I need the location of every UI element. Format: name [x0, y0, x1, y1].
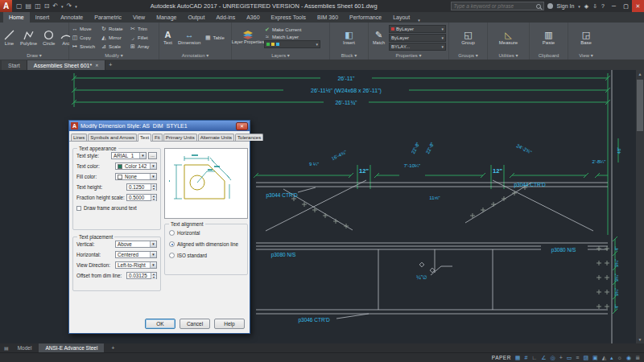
- object-snap-tracking-icon[interactable]: +: [559, 355, 563, 360]
- linetype-control-dropdown[interactable]: ByLayer ▾: [389, 34, 446, 42]
- new-icon[interactable]: ▢: [16, 2, 23, 10]
- tab-fit[interactable]: Fit: [152, 134, 163, 141]
- ribbon-tab-express-tools[interactable]: Express Tools: [266, 12, 312, 23]
- offset-spinner[interactable]: 0.03125 ▲▼: [126, 272, 157, 279]
- mirror-button[interactable]: ◭Mirror: [101, 33, 128, 42]
- ok-button[interactable]: OK: [145, 319, 175, 329]
- file-tab-start[interactable]: Start: [2, 60, 27, 70]
- undo-dropdown-icon[interactable]: ▾: [61, 4, 64, 9]
- fillet-button[interactable]: ◞Fillet: [130, 33, 157, 42]
- ribbon-tab-performance[interactable]: Performance: [344, 12, 387, 23]
- osnap-icon[interactable]: ◎: [551, 355, 555, 361]
- grid-icon[interactable]: ▦: [515, 355, 521, 361]
- tab-symbols-and-arrows[interactable]: Symbols and Arrows: [88, 134, 137, 141]
- text-style-browse-button[interactable]: ...: [148, 152, 157, 159]
- table-button[interactable]: ▦Table: [204, 35, 224, 41]
- dialog-title-bar[interactable]: A Modify Dimension Style: AS_DIM_STYLE1 …: [69, 121, 250, 131]
- ribbon-tab-manage[interactable]: Manage: [151, 12, 182, 23]
- selection-cycling-icon[interactable]: ▣: [592, 355, 598, 361]
- layers-panel-label[interactable]: Layers ▾: [232, 52, 329, 60]
- group-button[interactable]: ◱ Group: [460, 23, 477, 51]
- insert-button[interactable]: ◧ Insert: [341, 23, 357, 51]
- text-style-dropdown[interactable]: ARIAL_1 ▼: [111, 152, 147, 159]
- print-icon[interactable]: ⊡: [44, 2, 50, 10]
- search-icon[interactable]: [536, 4, 541, 9]
- tab-alternate-units[interactable]: Alternate Units: [198, 134, 234, 141]
- polyline-button[interactable]: Polyline: [19, 23, 39, 51]
- ribbon-tab-parametric[interactable]: Parametric: [89, 12, 127, 23]
- draw-frame-checkbox[interactable]: [76, 206, 81, 211]
- stretch-button[interactable]: ↦Stretch: [72, 42, 99, 51]
- spin-down-icon[interactable]: ▼: [151, 187, 156, 191]
- match-properties-button[interactable]: ✎ Match: [371, 23, 386, 51]
- aligned-with-dimension-line-radio[interactable]: [169, 241, 175, 247]
- polar-tracking-icon[interactable]: ∠: [541, 355, 546, 361]
- paste-button[interactable]: ▥ Paste: [541, 23, 556, 51]
- line-button[interactable]: Line: [2, 23, 16, 51]
- iso-radio-row[interactable]: ISO standard: [169, 253, 243, 258]
- view-direction-dropdown[interactable]: Left-to-Right ▼: [115, 261, 157, 269]
- scale-button[interactable]: ⊿Scale: [101, 42, 128, 51]
- layout-tab-ansi-e[interactable]: ANSI-E Advance Steel: [39, 343, 104, 352]
- tab-lines[interactable]: Lines: [71, 134, 87, 141]
- scroll-down-icon[interactable]: ▼: [636, 335, 644, 343]
- transparency-icon[interactable]: ▨: [583, 355, 588, 361]
- model-tab[interactable]: Model: [11, 343, 39, 352]
- layer-select-dropdown[interactable]: ▾: [264, 40, 320, 48]
- drawing-area[interactable]: 26'-11" 26'-11½" (W24x68 x 26'-11") 26'-…: [0, 70, 644, 343]
- ribbon-tab-bim360[interactable]: BIM 360: [312, 12, 344, 23]
- space-toggle[interactable]: PAPER: [492, 355, 511, 360]
- ribbon-tab-a360[interactable]: A360: [241, 12, 265, 23]
- ribbon-tab-addins[interactable]: Add-ins: [210, 12, 241, 23]
- file-tab-document[interactable]: Assemblies Sheet 601* ✕: [27, 60, 106, 70]
- properties-panel-label[interactable]: Properties ▾: [369, 52, 448, 60]
- draw-panel-label[interactable]: Draw ▾: [0, 52, 68, 60]
- annotation-panel-label[interactable]: Annotation ▾: [159, 52, 231, 60]
- connect-icon[interactable]: ⇩: [592, 3, 597, 10]
- isolate-objects-icon[interactable]: ◉: [626, 355, 631, 361]
- fraction-height-spinner[interactable]: 0.5000 ▲▼: [126, 194, 157, 201]
- redo-icon[interactable]: ↷: [67, 2, 72, 10]
- lineweight-icon[interactable]: ≡: [576, 355, 579, 360]
- utilities-panel-label[interactable]: Utilities ▾: [488, 52, 529, 60]
- layout-list-icon[interactable]: ▤: [2, 345, 10, 351]
- array-button[interactable]: ⊞Array: [130, 42, 157, 51]
- text-button[interactable]: A Text: [162, 23, 174, 51]
- fill-color-dropdown[interactable]: None ▼: [115, 173, 157, 180]
- tab-tolerances[interactable]: Tolerances: [235, 134, 263, 141]
- ribbon-tab-annotate[interactable]: Annotate: [55, 12, 89, 23]
- measure-button[interactable]: ◺ Measure: [497, 23, 519, 51]
- close-tab-icon[interactable]: ✕: [95, 63, 98, 68]
- help-button[interactable]: Help: [214, 319, 245, 329]
- text-color-dropdown[interactable]: Color 142 ▼: [115, 162, 157, 170]
- horizontal-dropdown[interactable]: Centered ▼: [115, 251, 157, 258]
- iso-standard-radio[interactable]: [169, 253, 175, 258]
- vertical-dropdown[interactable]: Above ▼: [115, 241, 157, 248]
- circle-button[interactable]: Circle: [41, 23, 56, 51]
- ribbon-options-dropdown-icon[interactable]: ▾: [418, 18, 420, 23]
- dynamic-input-icon[interactable]: ▭: [567, 355, 572, 361]
- sign-in-button[interactable]: Sign In: [557, 3, 575, 9]
- save-icon[interactable]: ◫: [35, 2, 41, 10]
- app-store-icon[interactable]: ◈: [584, 3, 588, 10]
- workspace-icon[interactable]: ☼: [617, 355, 622, 360]
- new-tab-button[interactable]: +: [105, 60, 115, 70]
- ribbon-tab-layout[interactable]: Layout: [387, 12, 415, 23]
- scrollbar-thumb[interactable]: [637, 80, 643, 131]
- color-control-dropdown[interactable]: ByLayer ▾: [389, 25, 446, 33]
- lineweight-control-dropdown[interactable]: BYLAY... ▾: [389, 43, 446, 51]
- rotate-button[interactable]: ↻Rotate: [101, 24, 128, 33]
- ribbon-tab-view[interactable]: View: [127, 12, 151, 23]
- scroll-up-icon[interactable]: ▲: [636, 70, 644, 78]
- block-panel-label[interactable]: Block ▾: [330, 52, 368, 60]
- ribbon-tab-output[interactable]: Output: [182, 12, 210, 23]
- layer-properties-button[interactable]: Layer Properties: [234, 23, 262, 51]
- draw-frame-checkbox-row[interactable]: Draw frame around text: [76, 205, 157, 211]
- maximize-button[interactable]: ▢: [620, 0, 632, 12]
- horizontal-radio-row[interactable]: Horizontal: [169, 230, 243, 236]
- horizontal-radio[interactable]: [169, 230, 175, 236]
- make-current-button[interactable]: ✔Make Current: [264, 27, 320, 33]
- match-layer-button[interactable]: ≈Match Layer: [264, 34, 320, 39]
- aligned-radio-row[interactable]: Aligned with dimension line: [169, 241, 243, 247]
- minimize-button[interactable]: ─: [608, 0, 620, 12]
